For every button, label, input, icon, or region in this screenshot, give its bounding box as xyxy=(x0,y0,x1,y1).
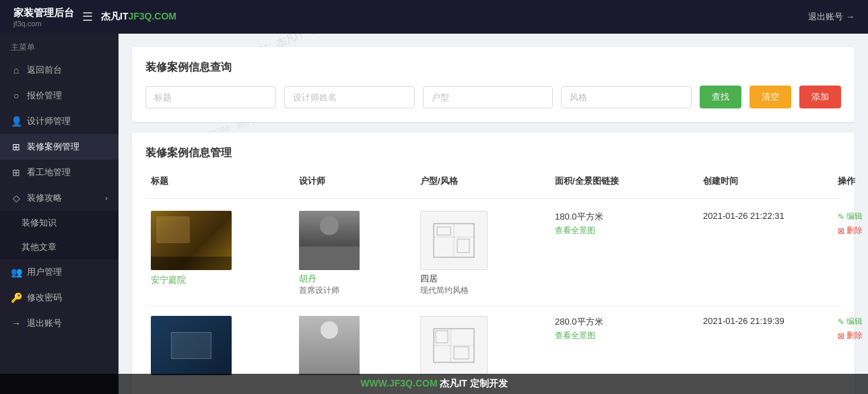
sidebar-label-site: 看工地管理 xyxy=(27,166,71,178)
home-icon: ⌂ xyxy=(11,65,22,75)
row1-designer-image xyxy=(299,211,360,270)
row1-edit-button[interactable]: ✎ 编辑 xyxy=(838,211,868,222)
row2-delete-button[interactable]: ⊠ 删除 xyxy=(838,330,868,341)
sidebar-item-home[interactable]: ⌂ 返回前台 xyxy=(0,57,119,83)
search-button[interactable]: 查找 xyxy=(700,86,741,108)
row2-edit-button[interactable]: ✎ 编辑 xyxy=(838,316,868,327)
row1-designer-name: 胡丹 xyxy=(299,273,316,284)
sidebar-label-designer: 设计师管理 xyxy=(27,115,71,127)
row1-delete-button[interactable]: ⊠ 删除 xyxy=(838,225,868,236)
designer-icon: 👤 xyxy=(11,116,22,127)
site-sub: jf3q.com xyxy=(13,20,74,28)
edit-icon: ✎ xyxy=(838,317,844,327)
row1-title-cell: 安宁庭院 xyxy=(145,208,294,289)
row1-style-sub: 现代简约风格 xyxy=(420,285,544,296)
sidebar-item-password[interactable]: 🔑 修改密码 xyxy=(0,285,119,310)
sidebar-label-users: 用户管理 xyxy=(27,266,62,278)
bottom-text-green: WWW.JF3Q.COM xyxy=(360,378,437,389)
sidebar-item-logout[interactable]: → 退出账号 xyxy=(0,310,119,336)
bottom-watermark-bar: WWW.JF3Q.COM 杰凡IT 定制开发 xyxy=(0,374,868,394)
logout-icon: → xyxy=(11,318,22,329)
sidebar-item-site[interactable]: ⊞ 看工地管理 xyxy=(0,160,119,185)
row2-style-cell xyxy=(415,313,549,378)
sidebar-item-designer[interactable]: 👤 设计师管理 xyxy=(0,108,119,134)
body-wrap: 主菜单 ⌂ 返回前台 ○ 报价管理 👤 设计师管理 ⊞ 装修案例管理 ⊞ 看工地… xyxy=(0,34,868,394)
logout-button[interactable]: 退出账号 → xyxy=(808,11,855,23)
table-section: 装修案例信息管理 标题 设计师 户型/风格 面积/全景图链接 创建时间 操作 xyxy=(132,133,855,394)
row1-designer-sub: 首席设计师 xyxy=(299,285,409,296)
col-title: 标题 xyxy=(145,171,294,191)
cases-icon: ⊞ xyxy=(11,141,22,152)
row2-designer-cell xyxy=(294,313,415,381)
sidebar-section-title: 主菜单 xyxy=(0,34,119,57)
row2-title-cell xyxy=(145,313,294,381)
col-actions: 操作 xyxy=(832,171,868,191)
main-content: WWW.JF3Q.COM 杰凡IT 定制开发 定制开发 杰凡IT WWW.JF3… xyxy=(119,34,868,394)
hamburger-icon[interactable]: ☰ xyxy=(82,9,93,24)
row1-style: 四居 xyxy=(420,273,544,285)
sidebar-label-password: 修改密码 xyxy=(27,292,62,304)
sidebar-item-knowledge[interactable]: 装修知识 xyxy=(0,211,119,235)
sidebar-label-cases: 装修案例管理 xyxy=(27,141,79,153)
brand-block: 家装管理后台 jf3q.com xyxy=(13,7,74,28)
svg-rect-4 xyxy=(457,239,469,253)
quote-icon: ○ xyxy=(11,90,22,101)
row2-created-cell: 2021-01-26 21:19:39 xyxy=(698,313,832,329)
row2-area: 280.0平方米 xyxy=(555,316,692,328)
row2-area-cell: 280.0平方米 查看全景图 xyxy=(549,313,698,344)
add-button[interactable]: 添加 xyxy=(799,86,841,108)
svg-rect-8 xyxy=(436,331,448,343)
row1-style-cell: 四居 现代简约风格 xyxy=(415,208,549,299)
col-style: 户型/风格 xyxy=(415,171,549,191)
sidebar-item-articles[interactable]: 其他文章 xyxy=(0,235,119,259)
row2-created: 2021-01-26 21:19:39 xyxy=(703,316,784,326)
row2-designer-image xyxy=(299,316,360,375)
sidebar-label-quote: 报价管理 xyxy=(27,90,62,102)
sidebar-item-users[interactable]: 👥 用户管理 xyxy=(0,259,119,285)
row2-blueprint-image xyxy=(420,316,488,375)
col-area: 面积/全景图链接 xyxy=(549,171,698,191)
table-section-title: 装修案例信息管理 xyxy=(145,146,841,160)
row2-panorama-link[interactable]: 查看全景图 xyxy=(555,330,692,341)
search-style-input[interactable] xyxy=(561,86,692,108)
search-title-input[interactable] xyxy=(145,86,276,108)
sidebar-label-logout: 退出账号 xyxy=(27,317,62,329)
top-title-prefix: 杰凡IT xyxy=(101,11,128,22)
sidebar-item-strategy[interactable]: ◇ 装修攻略 › xyxy=(0,185,119,211)
key-icon: 🔑 xyxy=(11,292,22,303)
sidebar-item-cases[interactable]: ⊞ 装修案例管理 xyxy=(0,134,119,160)
site-icon: ⊞ xyxy=(11,167,22,178)
row1-room-image xyxy=(151,211,232,270)
svg-rect-3 xyxy=(437,227,450,235)
col-designer: 设计师 xyxy=(294,171,415,191)
table-header: 标题 设计师 户型/风格 面积/全景图链接 创建时间 操作 xyxy=(145,171,841,199)
col-created: 创建时间 xyxy=(698,171,832,191)
row1-area-cell: 180.0平方米 查看全景图 xyxy=(549,208,698,239)
top-title-suffix: JF3Q.COM xyxy=(128,11,176,22)
row2-actions-cell: ✎ 编辑 ⊠ 删除 xyxy=(832,313,868,344)
row1-designer-cell: 胡丹 首席设计师 xyxy=(294,208,415,299)
bottom-text-white: 杰凡IT 定制开发 xyxy=(438,378,508,389)
search-section: 装修案例信息查询 查找 清空 添加 xyxy=(132,47,855,122)
edit-icon: ✎ xyxy=(838,212,844,222)
row1-case-name[interactable]: 安宁庭院 xyxy=(151,274,288,286)
clear-button[interactable]: 清空 xyxy=(749,86,791,108)
site-brand: 家装管理后台 xyxy=(13,7,74,18)
sidebar-label-articles: 其他文章 xyxy=(22,241,57,253)
top-header: 家装管理后台 jf3q.com ☰ 杰凡ITJF3Q.COM 退出账号 → xyxy=(0,0,868,34)
svg-rect-9 xyxy=(454,347,469,359)
search-type-input[interactable] xyxy=(423,86,554,108)
row1-panorama-link[interactable]: 查看全景图 xyxy=(555,225,692,236)
chevron-right-icon: › xyxy=(105,194,108,202)
row1-area: 180.0平方米 xyxy=(555,211,692,223)
top-title: 杰凡ITJF3Q.COM xyxy=(101,11,176,23)
sidebar-item-quote[interactable]: ○ 报价管理 xyxy=(0,83,119,108)
table-row: 安宁庭院 胡丹 首席设计师 xyxy=(145,201,841,306)
row2-room-image xyxy=(151,316,232,375)
search-designer-input[interactable] xyxy=(284,86,415,108)
strategy-icon: ◇ xyxy=(11,193,22,203)
row1-actions-cell: ✎ 编辑 ⊠ 删除 xyxy=(832,208,868,239)
delete-icon: ⊠ xyxy=(838,226,844,236)
search-section-title: 装修案例信息查询 xyxy=(145,61,841,75)
sidebar-label-strategy: 装修攻略 xyxy=(27,192,62,204)
